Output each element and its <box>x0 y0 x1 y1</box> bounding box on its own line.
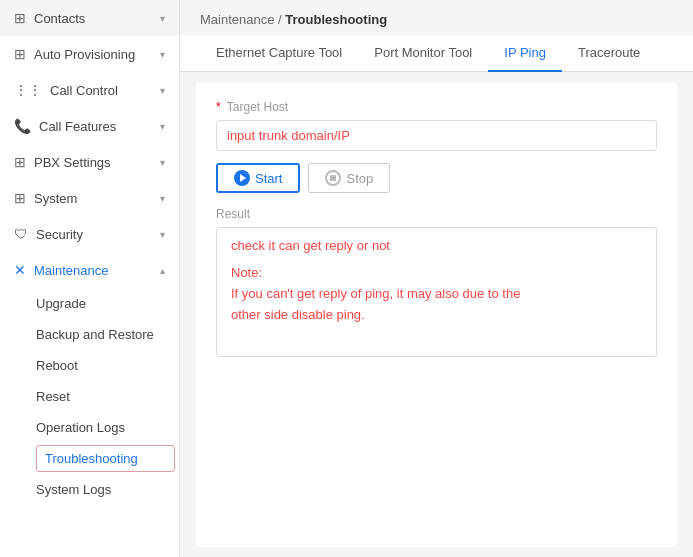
sidebar-item-system-label: System <box>34 191 77 206</box>
target-host-input[interactable] <box>216 120 657 151</box>
sidebar-item-call-control[interactable]: ⋮⋮ Call Control ▾ <box>0 72 179 108</box>
sidebar-item-call-features-label: Call Features <box>39 119 116 134</box>
sidebar-item-auto-provisioning-label: Auto Provisioning <box>34 47 135 62</box>
sidebar-item-maintenance-label: Maintenance <box>34 263 108 278</box>
target-host-label: * Target Host <box>216 100 657 114</box>
sidebar-item-call-control-label: Call Control <box>50 83 118 98</box>
chevron-down-icon: ▾ <box>160 49 165 60</box>
chevron-down-icon: ▾ <box>160 13 165 24</box>
breadcrumb-parent: Maintenance <box>200 12 274 27</box>
sidebar-sub-system-logs[interactable]: System Logs <box>36 474 179 505</box>
chevron-down-icon: ▾ <box>160 121 165 132</box>
chevron-up-icon: ▴ <box>160 265 165 276</box>
result-box: check it can get reply or not Note: If y… <box>216 227 657 357</box>
call-features-icon: 📞 <box>14 118 31 134</box>
maintenance-icon: ✕ <box>14 262 26 278</box>
auto-provisioning-icon: ⊞ <box>14 46 26 62</box>
chevron-down-icon: ▾ <box>160 229 165 240</box>
stop-button[interactable]: Stop <box>308 163 390 193</box>
sidebar-item-contacts[interactable]: ⊞ Contacts ▾ <box>0 0 179 36</box>
sidebar-sub-reboot[interactable]: Reboot <box>36 350 179 381</box>
sidebar-item-system[interactable]: ⊞ System ▾ <box>0 180 179 216</box>
security-icon: 🛡 <box>14 226 28 242</box>
result-label: Result <box>216 207 657 221</box>
sidebar-item-auto-provisioning[interactable]: ⊞ Auto Provisioning ▾ <box>0 36 179 72</box>
action-buttons: Start Stop <box>216 163 657 193</box>
sidebar-item-security[interactable]: 🛡 Security ▾ <box>0 216 179 252</box>
start-button[interactable]: Start <box>216 163 300 193</box>
sidebar: ⊞ Contacts ▾ ⊞ Auto Provisioning ▾ ⋮⋮ Ca… <box>0 0 180 557</box>
call-control-icon: ⋮⋮ <box>14 82 42 98</box>
pbx-settings-icon: ⊞ <box>14 154 26 170</box>
sidebar-sub-reset[interactable]: Reset <box>36 381 179 412</box>
stop-icon <box>325 170 341 186</box>
tab-traceroute[interactable]: Traceroute <box>562 35 656 72</box>
tab-bar: Ethernet Capture Tool Port Monitor Tool … <box>180 35 693 72</box>
play-icon <box>234 170 250 186</box>
contacts-icon: ⊞ <box>14 10 26 26</box>
breadcrumb: Maintenance / Troubleshooting <box>180 0 693 35</box>
chevron-down-icon: ▾ <box>160 85 165 96</box>
sidebar-item-pbx-settings[interactable]: ⊞ PBX Settings ▾ <box>0 144 179 180</box>
result-note: Note: If you can't get reply of ping, it… <box>231 263 642 325</box>
sidebar-sub-operation-logs[interactable]: Operation Logs <box>36 412 179 443</box>
sidebar-item-contacts-label: Contacts <box>34 11 85 26</box>
sidebar-item-security-label: Security <box>36 227 83 242</box>
sidebar-sub-upgrade[interactable]: Upgrade <box>36 288 179 319</box>
note-body: If you can't get reply of ping, it may a… <box>231 286 520 322</box>
sidebar-item-pbx-settings-label: PBX Settings <box>34 155 111 170</box>
tab-ip-ping[interactable]: IP Ping <box>488 35 562 72</box>
ip-ping-content: * Target Host Start Stop Result check it… <box>196 82 677 547</box>
chevron-down-icon: ▾ <box>160 157 165 168</box>
breadcrumb-current: Troubleshooting <box>285 12 387 27</box>
tab-port-monitor[interactable]: Port Monitor Tool <box>358 35 488 72</box>
system-icon: ⊞ <box>14 190 26 206</box>
sidebar-sub-troubleshooting[interactable]: Troubleshooting <box>36 445 175 472</box>
sidebar-item-call-features[interactable]: 📞 Call Features ▾ <box>0 108 179 144</box>
sidebar-item-maintenance[interactable]: ✕ Maintenance ▴ <box>0 252 179 288</box>
main-content: Maintenance / Troubleshooting Ethernet C… <box>180 0 693 557</box>
result-hint: check it can get reply or not <box>231 238 642 253</box>
sidebar-sub-backup-restore[interactable]: Backup and Restore <box>36 319 179 350</box>
tab-ethernet-capture[interactable]: Ethernet Capture Tool <box>200 35 358 72</box>
chevron-down-icon: ▾ <box>160 193 165 204</box>
maintenance-submenu: Upgrade Backup and Restore Reboot Reset … <box>0 288 179 505</box>
